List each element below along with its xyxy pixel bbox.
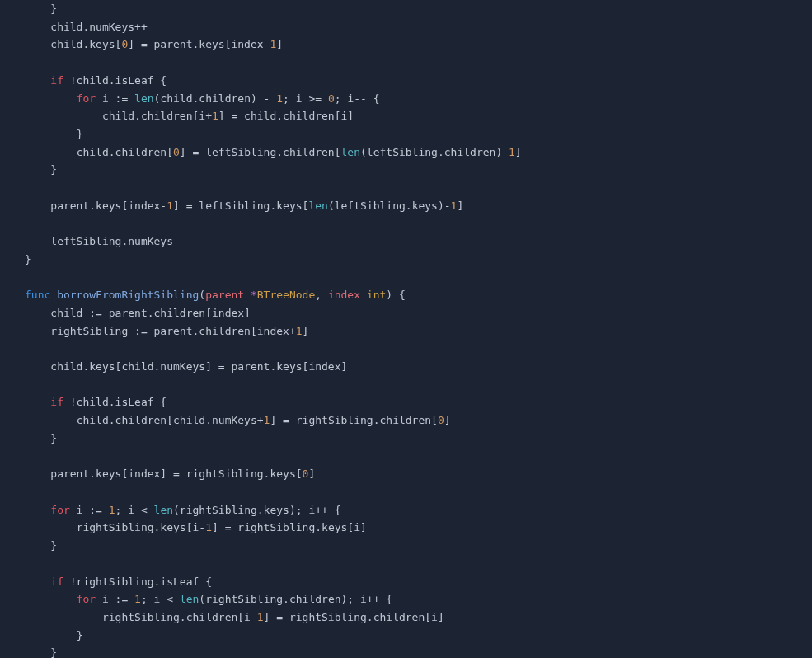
code-token: (leftSibling.keys)- — [328, 200, 451, 212]
code-token — [244, 289, 251, 301]
code-token: ] = rightSibling.children[i] — [264, 611, 444, 623]
code-line — [25, 555, 812, 573]
code-token: (leftSibling.children)- — [360, 146, 509, 158]
code-line: child.keys[child.numKeys] = parent.keys[… — [25, 358, 812, 376]
code-token: child.keys[child.numKeys] = parent.keys[… — [50, 360, 347, 373]
code-line: } — [25, 251, 812, 269]
code-token: if — [50, 74, 63, 87]
code-line: if !child.isLeaf { — [25, 393, 812, 411]
code-line: } — [25, 537, 812, 555]
code-token: ] = child.children[i] — [218, 110, 354, 122]
code-editor-content[interactable]: } child.numKeys++ child.keys[0] = parent… — [0, 0, 812, 658]
code-line: for i := 1; i < len(rightSibling.childre… — [25, 590, 812, 609]
code-line: if !child.isLeaf { — [25, 72, 812, 90]
code-token: child.children[ — [77, 146, 173, 158]
code-line — [25, 269, 812, 287]
code-token: !child.isLeaf { — [63, 74, 167, 87]
code-line: child.keys[0] = parent.keys[index-1] — [25, 35, 812, 54]
code-line: } — [25, 125, 812, 143]
code-token: i := — [96, 92, 134, 105]
code-token — [50, 289, 57, 301]
code-line: child := parent.children[index] — [25, 304, 812, 322]
code-token: ; i-- { — [335, 92, 380, 105]
code-token: ] = rightSibling.children[ — [270, 414, 438, 426]
code-token: ; i >= — [283, 92, 328, 105]
code-line: leftSibling.numKeys-- — [25, 233, 812, 251]
code-token: ] — [308, 468, 315, 480]
code-token: 0 — [173, 146, 180, 158]
code-line: func borrowFromRightSibling(parent *BTre… — [25, 286, 812, 304]
code-token: for — [77, 92, 96, 105]
code-line: if !rightSibling.isLeaf { — [25, 573, 812, 591]
code-line: } — [25, 627, 812, 645]
code-token: index — [328, 289, 360, 301]
code-line: parent.keys[index-1] = leftSibling.keys[… — [25, 197, 812, 215]
code-token: !child.isLeaf { — [63, 396, 167, 408]
code-token: 0 — [328, 92, 335, 105]
code-token: for — [77, 593, 96, 605]
code-token — [360, 289, 367, 301]
code-token: 1 — [509, 146, 515, 158]
code-token: rightSibling := parent.children[index+ — [50, 325, 295, 337]
code-token: (child.children) - — [154, 92, 277, 105]
code-line: } — [25, 430, 812, 448]
code-line — [25, 340, 812, 358]
code-token: } — [50, 539, 57, 552]
code-token: len — [154, 504, 173, 516]
code-token: child.numKeys++ — [50, 21, 147, 33]
code-token: ] = parent.keys[index- — [128, 38, 270, 50]
code-token: , — [315, 289, 328, 301]
code-token: 1 — [134, 593, 141, 605]
code-line: } — [25, 644, 812, 658]
code-line: child.children[i+1] = child.children[i] — [25, 107, 812, 125]
code-token: 1 — [296, 325, 303, 337]
code-token: func — [25, 289, 50, 301]
code-token: ; i < — [141, 593, 180, 605]
code-token: ] = leftSibling.children[ — [180, 146, 341, 158]
code-token: parent.keys[index- — [50, 200, 167, 212]
code-token: 1 — [212, 110, 218, 122]
code-token: len — [134, 92, 153, 105]
code-token: (rightSibling.keys); i++ { — [173, 504, 341, 516]
code-token: i := — [70, 504, 109, 516]
code-token: 1 — [257, 611, 264, 623]
code-line: rightSibling.keys[i-1] = rightSibling.ke… — [25, 519, 812, 537]
code-token: ( — [199, 289, 205, 301]
code-token: rightSibling.children[i- — [102, 611, 257, 623]
code-token: child.children[child.numKeys+ — [77, 414, 264, 426]
code-token: ] = leftSibling.keys[ — [173, 200, 308, 212]
code-token: child.children[i+ — [102, 110, 212, 122]
code-line — [25, 376, 812, 394]
code-line — [25, 483, 812, 501]
code-token: BTreeNode — [257, 289, 315, 301]
code-line: } — [25, 0, 812, 18]
code-token: 1 — [109, 504, 115, 516]
code-token: (rightSibling.children); i++ { — [199, 593, 392, 605]
code-line — [25, 448, 812, 466]
code-token: i := — [96, 593, 134, 605]
code-line: } — [25, 161, 812, 179]
code-token: ] — [515, 146, 522, 158]
code-token: leftSibling.numKeys-- — [50, 235, 185, 247]
code-token: rightSibling.keys[i- — [77, 521, 206, 533]
code-token: 1 — [167, 200, 173, 212]
code-token: child := parent.children[index] — [50, 307, 251, 319]
code-line — [25, 179, 812, 197]
code-token: len — [341, 146, 360, 158]
code-token: parent — [205, 289, 244, 301]
code-token: ] = rightSibling.keys[i] — [212, 521, 367, 533]
code-token: ) { — [386, 289, 405, 301]
code-line — [25, 214, 812, 233]
code-token: ] — [457, 200, 463, 212]
code-token: ; i < — [115, 504, 154, 516]
code-line: rightSibling.children[i-1] = rightSiblin… — [25, 609, 812, 627]
code-token: parent.keys[index] = rightSibling.keys[ — [50, 468, 302, 480]
code-token: if — [50, 396, 63, 408]
code-token: for — [50, 504, 69, 516]
code-token: len — [180, 593, 199, 605]
code-token: * — [251, 289, 257, 301]
code-token: ] — [276, 38, 283, 50]
code-token: } — [25, 253, 31, 266]
code-line: parent.keys[index] = rightSibling.keys[0… — [25, 465, 812, 483]
code-token: } — [77, 128, 83, 140]
